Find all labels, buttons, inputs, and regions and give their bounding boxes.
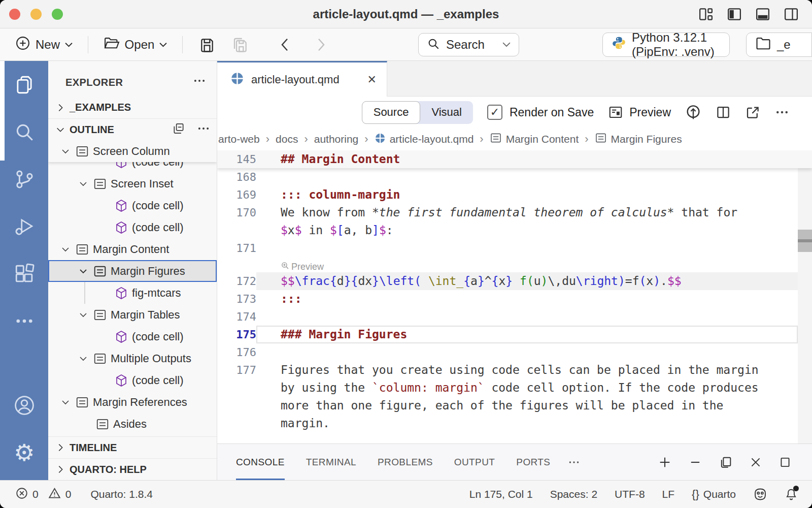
more-views-icon[interactable] [0,297,48,344]
code-line[interactable]: 171 [217,239,812,257]
code-line[interactable]: 170We know from *the first fundamental t… [217,204,812,221]
code-line-wrap[interactable]: $x$ in $[a, b]$: [217,221,812,239]
close-window-button[interactable] [9,9,20,20]
source-mode-button[interactable]: Source [362,101,421,124]
code-editor[interactable]: 145## Margin Content 168 169::: column-m… [217,150,812,443]
problems-status[interactable]: 0 0 [15,487,71,502]
render-icon[interactable] [685,104,701,120]
open-external-icon[interactable] [745,105,760,120]
breadcrumb-item-section[interactable]: Margin Figures [595,133,682,146]
language-mode-status[interactable]: {} Quarto [692,488,736,501]
code-line-wrap[interactable]: margin. [217,415,812,432]
outline-item-code-cell[interactable]: (code cell) [48,326,217,347]
section-quarto-help[interactable]: QUARTO: HELP [48,458,217,480]
more-actions-icon[interactable] [196,121,211,138]
tab-problems[interactable]: PROBLEMS [378,444,433,480]
preview-button[interactable]: Preview [608,105,671,120]
search-input[interactable]: Search [418,33,519,56]
outline-item-code-cell[interactable]: (code cell) [48,162,217,173]
render-on-save-checkbox[interactable]: ✓ [487,105,502,120]
outline-item-margin-tables[interactable]: Margin Tables [48,304,217,326]
run-debug-icon[interactable] [0,203,48,250]
outline-item-screen-column[interactable]: Screen Column [48,140,217,162]
more-panel-tabs-icon[interactable] [567,444,581,480]
outline-item-margin-figures[interactable]: Margin Figures [48,260,217,282]
outline-item-fig-mtcars[interactable]: fig-mtcars [48,282,217,304]
section-timeline[interactable]: TIMELINE [48,436,217,458]
breadcrumb-item[interactable]: docs [276,133,298,145]
split-panel-icon[interactable] [719,455,733,469]
outline-item-asides[interactable]: Asides [48,413,217,435]
customize-layout-icon[interactable] [698,7,714,22]
outline-item-screen-inset[interactable]: Screen Inset [48,173,217,195]
code-line-math[interactable]: 172$$\frac{d}{dx}\left( \int_{a}^{x} f(u… [217,272,812,290]
outline-item-code-cell[interactable]: (code cell) [48,369,217,391]
code-line-current[interactable]: 175### Margin Figures [217,326,812,343]
extensions-icon[interactable] [0,250,48,297]
breadcrumb-item[interactable]: authoring [314,133,359,145]
eol-status[interactable]: LF [662,488,675,500]
feedback-smiley-icon[interactable] [753,487,767,501]
code-line-wrap[interactable]: more than one figure, each of the figure… [217,397,812,415]
tab-output[interactable]: OUTPUT [454,444,495,480]
save-button[interactable] [194,35,220,55]
breadcrumb-item-file[interactable]: article-layout.qmd [375,133,474,146]
workspace-folder-button[interactable]: _e [746,33,812,57]
codelens-preview[interactable]: Preview [217,257,812,272]
outline-item-margin-content[interactable]: Margin Content [48,238,217,260]
code-line[interactable]: 173::: [217,290,812,308]
more-actions-icon[interactable] [774,105,790,120]
zoom-window-button[interactable] [52,9,63,20]
code-line[interactable]: 169::: column-margin [217,186,812,204]
account-icon[interactable] [0,382,48,429]
breadcrumb-item-section[interactable]: Margin Content [490,133,579,146]
editor-area: article-layout.qmd ✕ Source Visual ✓ Ren… [217,61,812,480]
sticky-code-line[interactable]: 145## Margin Content [217,150,812,168]
maximize-panel-icon[interactable] [779,456,792,469]
toggle-panel-icon[interactable] [755,7,770,22]
section-outline[interactable]: OUTLINE [48,118,217,140]
outline-item-margin-references[interactable]: Margin References [48,391,217,413]
python-interpreter-button[interactable]: Python 3.12.1 (PipEnv: .venv) [602,33,730,57]
cursor-position-status[interactable]: Ln 175, Col 1 [469,488,533,500]
section-examples[interactable]: _EXAMPLES [48,97,217,118]
code-line[interactable]: 177Figures that you create using code ce… [217,361,812,379]
breadcrumb-item[interactable]: arto-web [218,133,260,145]
code-line[interactable]: 168 [217,168,812,186]
visual-mode-button[interactable]: Visual [420,101,473,124]
search-view-icon[interactable] [0,108,48,155]
code-line[interactable]: 176 [217,343,812,361]
explorer-icon[interactable] [0,61,48,108]
indentation-status[interactable]: Spaces: 2 [550,488,597,500]
more-actions-icon[interactable] [192,74,207,91]
collapse-all-icon[interactable] [172,122,185,138]
minimize-panel-icon[interactable] [688,455,702,469]
tab-console[interactable]: CONSOLE [236,444,285,480]
close-panel-icon[interactable] [749,456,762,469]
toggle-primary-sidebar-icon[interactable] [727,7,742,22]
outline-item-code-cell[interactable]: (code cell) [48,216,217,238]
back-button[interactable] [274,35,295,54]
split-editor-icon[interactable] [716,105,731,120]
save-all-button[interactable] [227,35,254,55]
new-button[interactable]: New [11,33,77,57]
new-console-icon[interactable] [658,455,672,469]
quarto-version-status[interactable]: Quarto: 1.8.4 [90,488,153,500]
tab-ports[interactable]: PORTS [516,444,550,480]
toggle-secondary-sidebar-icon[interactable] [784,7,799,22]
tab-article-layout[interactable]: article-layout.qmd ✕ [217,61,387,97]
settings-gear-icon[interactable]: ⚙ [0,429,48,476]
forward-button[interactable] [311,35,332,54]
code-line-wrap[interactable]: by using the `column: margin` code cell … [217,379,812,397]
open-button[interactable]: Open [99,33,172,57]
minimize-window-button[interactable] [30,9,42,20]
outline-item-code-cell[interactable]: (code cell) [48,195,217,216]
encoding-status[interactable]: UTF-8 [615,488,645,500]
notifications-bell-icon[interactable] [785,487,798,501]
close-tab-icon[interactable]: ✕ [367,73,377,86]
editor-scrollbar[interactable] [798,153,812,443]
tab-terminal[interactable]: TERMINAL [306,444,356,480]
code-line[interactable]: 174 [217,308,812,326]
outline-item-multiple-outputs[interactable]: Multiple Outputs [48,347,217,369]
source-control-icon[interactable] [0,155,48,203]
